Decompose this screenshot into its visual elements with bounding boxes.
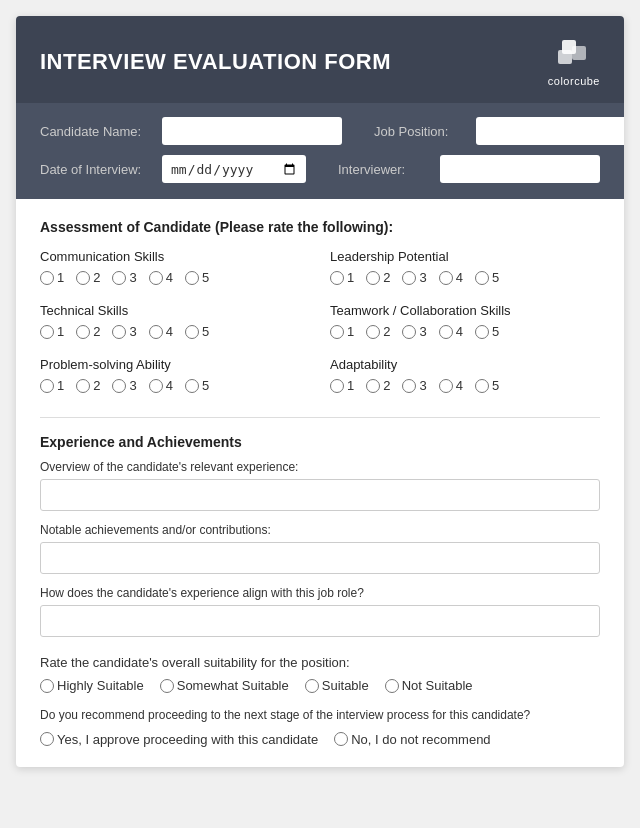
candidate-info-section: Candidate Name: Job Position: Date of In… bbox=[16, 103, 624, 199]
problemsolving-opt-3[interactable]: 3 bbox=[112, 378, 136, 393]
logo-icon bbox=[554, 36, 594, 72]
logo: colorcube bbox=[548, 36, 600, 87]
assessment-section: Assessment of Candidate (Please rate the… bbox=[40, 219, 600, 411]
recommend-yes[interactable]: Yes, I approve proceeding with this cand… bbox=[40, 732, 318, 747]
header: INTERVIEW EVALUATION FORM colorcube bbox=[16, 16, 624, 103]
suitability-label: Rate the candidate's overall suitability… bbox=[40, 655, 600, 670]
divider bbox=[40, 417, 600, 418]
job-position-group: Job Position: bbox=[374, 117, 624, 145]
suitability-highly-text: Highly Suitable bbox=[57, 678, 144, 693]
interviewer-label: Interviewer: bbox=[338, 162, 428, 177]
teamwork-opt-2[interactable]: 2 bbox=[366, 324, 390, 339]
teamwork-options: 1 2 3 4 5 bbox=[330, 324, 600, 339]
recommendation-label: Do you recommend proceeding to the next … bbox=[40, 707, 600, 724]
candidate-name-row: Candidate Name: Job Position: bbox=[40, 117, 600, 145]
technical-options: 1 2 3 4 5 bbox=[40, 324, 310, 339]
rating-group-adaptability: Adaptability 1 2 3 4 5 bbox=[330, 357, 600, 393]
rating-group-problemsolving: Problem-solving Ability 1 2 3 4 5 bbox=[40, 357, 310, 393]
leadership-options: 1 2 3 4 5 bbox=[330, 270, 600, 285]
problemsolving-opt-2[interactable]: 2 bbox=[76, 378, 100, 393]
date-input[interactable] bbox=[162, 155, 306, 183]
achievements-input[interactable] bbox=[40, 542, 600, 574]
logo-text: colorcube bbox=[548, 75, 600, 87]
suitability-highly[interactable]: Highly Suitable bbox=[40, 678, 144, 693]
technical-opt-2[interactable]: 2 bbox=[76, 324, 100, 339]
recommend-no[interactable]: No, I do not recommend bbox=[334, 732, 490, 747]
communication-label: Communication Skills bbox=[40, 249, 310, 264]
problemsolving-opt-5[interactable]: 5 bbox=[185, 378, 209, 393]
teamwork-opt-3[interactable]: 3 bbox=[402, 324, 426, 339]
adaptability-opt-1[interactable]: 1 bbox=[330, 378, 354, 393]
adaptability-opt-3[interactable]: 3 bbox=[402, 378, 426, 393]
leadership-label: Leadership Potential bbox=[330, 249, 600, 264]
leadership-opt-1[interactable]: 1 bbox=[330, 270, 354, 285]
leadership-opt-2[interactable]: 2 bbox=[366, 270, 390, 285]
suitability-somewhat-text: Somewhat Suitable bbox=[177, 678, 289, 693]
leadership-opt-3[interactable]: 3 bbox=[402, 270, 426, 285]
suitability-not-text: Not Suitable bbox=[402, 678, 473, 693]
candidate-name-input[interactable] bbox=[162, 117, 342, 145]
problemsolving-label: Problem-solving Ability bbox=[40, 357, 310, 372]
suitability-suitable[interactable]: Suitable bbox=[305, 678, 369, 693]
suitability-section: Rate the candidate's overall suitability… bbox=[40, 655, 600, 693]
svg-rect-1 bbox=[572, 46, 586, 60]
communication-opt-3[interactable]: 3 bbox=[112, 270, 136, 285]
experience-title: Experience and Achievements bbox=[40, 434, 600, 450]
date-row: Date of Interview: Interviewer: bbox=[40, 155, 600, 183]
assessment-title: Assessment of Candidate (Please rate the… bbox=[40, 219, 600, 235]
adaptability-opt-4[interactable]: 4 bbox=[439, 378, 463, 393]
technical-opt-1[interactable]: 1 bbox=[40, 324, 64, 339]
teamwork-opt-4[interactable]: 4 bbox=[439, 324, 463, 339]
technical-opt-3[interactable]: 3 bbox=[112, 324, 136, 339]
adaptability-opt-2[interactable]: 2 bbox=[366, 378, 390, 393]
alignment-label: How does the candidate's experience alig… bbox=[40, 586, 600, 600]
job-position-label: Job Position: bbox=[374, 124, 464, 139]
interviewer-input[interactable] bbox=[440, 155, 600, 183]
achievements-label: Notable achievements and/or contribution… bbox=[40, 523, 600, 537]
suitability-suitable-text: Suitable bbox=[322, 678, 369, 693]
rating-group-teamwork: Teamwork / Collaboration Skills 1 2 3 4 … bbox=[330, 303, 600, 339]
technical-opt-4[interactable]: 4 bbox=[149, 324, 173, 339]
suitability-somewhat[interactable]: Somewhat Suitable bbox=[160, 678, 289, 693]
date-label: Date of Interview: bbox=[40, 162, 150, 177]
communication-opt-4[interactable]: 4 bbox=[149, 270, 173, 285]
recommend-no-text: No, I do not recommend bbox=[351, 732, 490, 747]
svg-rect-2 bbox=[558, 50, 572, 64]
technical-opt-5[interactable]: 5 bbox=[185, 324, 209, 339]
problemsolving-options: 1 2 3 4 5 bbox=[40, 378, 310, 393]
interview-form: INTERVIEW EVALUATION FORM colorcube Cand… bbox=[16, 16, 624, 767]
communication-opt-2[interactable]: 2 bbox=[76, 270, 100, 285]
rating-grid: Communication Skills 1 2 3 4 5 Leadershi… bbox=[40, 249, 600, 411]
rating-group-communication: Communication Skills 1 2 3 4 5 bbox=[40, 249, 310, 285]
body: Assessment of Candidate (Please rate the… bbox=[16, 199, 624, 767]
communication-opt-5[interactable]: 5 bbox=[185, 270, 209, 285]
suitability-options: Highly Suitable Somewhat Suitable Suitab… bbox=[40, 678, 600, 693]
form-title: INTERVIEW EVALUATION FORM bbox=[40, 49, 391, 75]
rating-group-technical: Technical Skills 1 2 3 4 5 bbox=[40, 303, 310, 339]
communication-options: 1 2 3 4 5 bbox=[40, 270, 310, 285]
technical-label: Technical Skills bbox=[40, 303, 310, 318]
adaptability-label: Adaptability bbox=[330, 357, 600, 372]
experience-section: Experience and Achievements Overview of … bbox=[40, 434, 600, 649]
problemsolving-opt-4[interactable]: 4 bbox=[149, 378, 173, 393]
recommendation-section: Do you recommend proceeding to the next … bbox=[40, 707, 600, 747]
teamwork-opt-5[interactable]: 5 bbox=[475, 324, 499, 339]
problemsolving-opt-1[interactable]: 1 bbox=[40, 378, 64, 393]
communication-opt-1[interactable]: 1 bbox=[40, 270, 64, 285]
adaptability-options: 1 2 3 4 5 bbox=[330, 378, 600, 393]
leadership-opt-4[interactable]: 4 bbox=[439, 270, 463, 285]
alignment-input[interactable] bbox=[40, 605, 600, 637]
recommendation-options: Yes, I approve proceeding with this cand… bbox=[40, 732, 600, 747]
job-position-input[interactable] bbox=[476, 117, 624, 145]
experience-overview-input[interactable] bbox=[40, 479, 600, 511]
suitability-not[interactable]: Not Suitable bbox=[385, 678, 473, 693]
recommend-yes-text: Yes, I approve proceeding with this cand… bbox=[57, 732, 318, 747]
rating-group-leadership: Leadership Potential 1 2 3 4 5 bbox=[330, 249, 600, 285]
leadership-opt-5[interactable]: 5 bbox=[475, 270, 499, 285]
teamwork-opt-1[interactable]: 1 bbox=[330, 324, 354, 339]
candidate-name-label: Candidate Name: bbox=[40, 124, 150, 139]
teamwork-label: Teamwork / Collaboration Skills bbox=[330, 303, 600, 318]
adaptability-opt-5[interactable]: 5 bbox=[475, 378, 499, 393]
experience-overview-label: Overview of the candidate's relevant exp… bbox=[40, 460, 600, 474]
interviewer-group: Interviewer: bbox=[338, 155, 600, 183]
